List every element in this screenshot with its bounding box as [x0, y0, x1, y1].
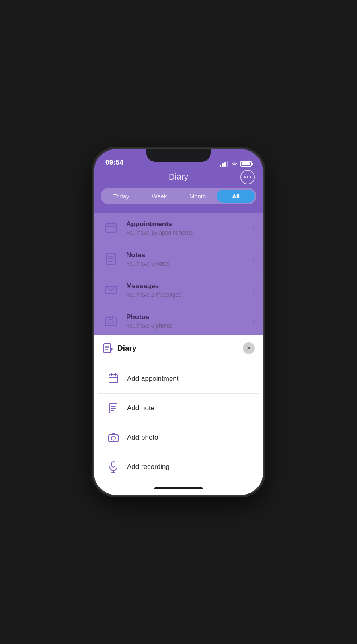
notes-icon — [106, 401, 121, 415]
add-recording-label: Add recording — [127, 463, 170, 471]
bottom-sheet-title-wrap: Diary — [102, 343, 137, 354]
chevron-right-icon: › — [252, 317, 255, 325]
tab-week[interactable]: Week — [140, 190, 178, 203]
add-photo-item[interactable]: Add photo — [98, 423, 259, 452]
add-appointment-label: Add appointment — [127, 375, 179, 383]
chevron-right-icon: › — [252, 286, 255, 294]
action-list: Add appointment Add note — [98, 364, 259, 481]
camera-icon — [102, 312, 120, 330]
appointments-title: Appointments — [126, 220, 246, 228]
messages-text: Messages You have 2 messages — [126, 282, 246, 298]
add-recording-item[interactable]: Add recording — [98, 452, 259, 481]
svg-rect-0 — [106, 223, 116, 232]
svg-rect-14 — [104, 344, 111, 353]
status-time: 09:54 — [105, 159, 123, 167]
bottom-sheet-header: Diary ✕ — [94, 335, 263, 360]
phone-frame: 09:54 — [94, 149, 263, 495]
appointments-text: Appointments You have 16 appointments — [126, 220, 246, 236]
appointments-subtitle: You have 16 appointments — [126, 229, 246, 236]
status-icons — [220, 161, 252, 167]
screen: 09:54 — [94, 149, 263, 495]
list-item-notes[interactable]: Notes You have 6 notes › — [94, 244, 263, 275]
svg-rect-18 — [109, 375, 118, 383]
photos-subtitle: You have 6 photos — [126, 322, 246, 329]
notes-title: Notes — [126, 251, 246, 259]
list-item-messages[interactable]: Messages You have 2 messages › — [94, 275, 263, 305]
diary-icon — [102, 343, 113, 354]
more-options-button[interactable] — [240, 170, 255, 184]
home-indicator — [94, 481, 263, 495]
list-item-photos[interactable]: Photos You have 6 photos › — [94, 305, 263, 335]
battery-icon — [240, 161, 252, 167]
bottom-sheet-title: Diary — [117, 344, 137, 353]
bottom-sheet: Diary ✕ Add appointment — [94, 335, 263, 495]
add-appointment-item[interactable]: Add appointment — [98, 364, 259, 394]
close-button[interactable]: ✕ — [243, 342, 255, 354]
calendar-icon — [102, 219, 120, 237]
home-bar — [154, 487, 203, 489]
notch — [146, 149, 211, 162]
tab-bar: Today Week Month All — [101, 188, 256, 204]
add-note-label: Add note — [127, 404, 154, 412]
signal-icon — [220, 161, 228, 167]
messages-title: Messages — [126, 282, 246, 290]
camera-icon — [106, 430, 121, 445]
notes-text: Notes You have 6 notes — [126, 251, 246, 267]
mail-icon — [102, 281, 120, 299]
photos-title: Photos — [126, 313, 246, 321]
mic-icon — [106, 460, 121, 474]
calendar-icon — [106, 372, 121, 386]
messages-subtitle: You have 2 messages — [126, 291, 246, 298]
notes-subtitle: You have 6 notes — [126, 260, 246, 267]
svg-point-27 — [111, 436, 115, 440]
notes-icon — [102, 250, 120, 268]
svg-rect-28 — [112, 462, 115, 467]
ellipsis-icon — [244, 176, 251, 178]
chevron-right-icon: › — [252, 255, 255, 263]
tab-all[interactable]: All — [217, 190, 255, 203]
wifi-icon — [231, 161, 238, 167]
photos-text: Photos You have 6 photos — [126, 313, 246, 329]
app-header: Diary — [94, 169, 263, 188]
add-note-item[interactable]: Add note — [98, 394, 259, 423]
diary-list: Appointments You have 16 appointments › — [94, 213, 263, 335]
header-title: Diary — [169, 172, 188, 182]
chevron-right-icon: › — [252, 224, 255, 232]
tab-today[interactable]: Today — [102, 190, 140, 203]
svg-point-10 — [109, 319, 113, 324]
add-photo-label: Add photo — [127, 433, 158, 442]
tab-month[interactable]: Month — [178, 190, 217, 203]
list-item-appointments[interactable]: Appointments You have 16 appointments › — [94, 213, 263, 244]
